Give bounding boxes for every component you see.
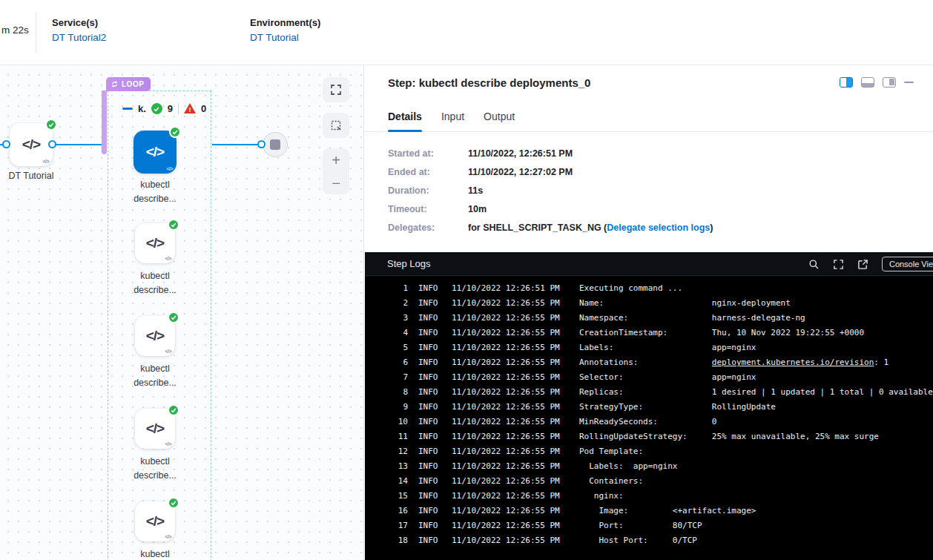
code-icon: </> — [146, 328, 164, 344]
panel-view-controls — [840, 77, 914, 88]
end-node[interactable] — [263, 132, 288, 157]
detail-label: Timeout: — [388, 204, 468, 214]
delegates-suffix: ) — [710, 223, 713, 233]
zoom-out-button[interactable]: − — [332, 173, 340, 194]
search-icon[interactable] — [808, 259, 820, 270]
count-divider — [178, 103, 179, 114]
log-body: 1INFO11/10/2022 12:26:51 PMExecuting com… — [365, 276, 933, 560]
tab-details[interactable]: Details — [388, 107, 422, 131]
detail-row-started: Started at: 11/10/2022, 12:26:51 PM — [388, 148, 713, 159]
service-label: Service(s) — [52, 17, 106, 28]
node-label: kubectldescribe... — [114, 547, 196, 560]
start-node-label: DT Tutorial — [0, 169, 72, 183]
loop-badge-label: LOOP — [122, 80, 144, 88]
step-logs-title: Step Logs — [387, 258, 431, 269]
loop-icon — [111, 80, 119, 88]
node-label: kubectldescribe... — [114, 362, 196, 390]
log-line: 10INFO11/10/2022 12:26:55 PMMinReadySeco… — [365, 415, 933, 429]
log-line: 6INFO11/10/2022 12:26:55 PMAnnotations: … — [365, 355, 933, 370]
code-mini-icon: </> — [42, 159, 49, 164]
stop-icon — [270, 139, 280, 150]
tab-output[interactable]: Output — [484, 107, 515, 131]
detail-row-timeout: Timeout: 10m — [388, 204, 713, 214]
right-view-icon[interactable] — [883, 77, 896, 88]
code-icon: </> — [146, 421, 164, 437]
node-kubectl-describe-3[interactable]: </> </> — [135, 409, 175, 449]
step-tabs: Details Input Output — [364, 107, 933, 132]
log-line: 12INFO11/10/2022 12:26:55 PMPod Template… — [365, 444, 933, 459]
detail-row-duration: Duration: 11s — [388, 185, 713, 196]
service-block: Service(s) DT Tutorial2 — [52, 17, 106, 43]
code-mini-icon: </> — [165, 256, 171, 261]
node-label: kubectldescribe... — [114, 269, 196, 297]
node-kubectl-describe-2[interactable]: </> </> — [135, 316, 175, 356]
canvas-fullscreen-button[interactable] — [323, 77, 349, 102]
success-check-icon — [168, 312, 179, 323]
node-kubectl-describe-0[interactable]: </> </> — [133, 131, 177, 174]
edge-start-to-loop — [55, 144, 102, 145]
step-logs-header: Step Logs Console View — [365, 252, 933, 276]
success-count-icon — [151, 103, 162, 114]
log-line: 11INFO11/10/2022 12:26:55 PMRollingUpdat… — [365, 429, 933, 444]
node-kubectl-describe-4[interactable]: </> </> — [135, 501, 175, 541]
log-line: 9INFO11/10/2022 12:26:55 PMStrategyType:… — [365, 400, 933, 415]
node-kubectl-describe-1[interactable]: </> </> — [135, 223, 175, 263]
code-mini-icon: </> — [166, 166, 173, 171]
open-in-new-icon[interactable] — [857, 259, 868, 270]
canvas-select-button[interactable] — [323, 113, 349, 138]
warning-icon: ! — [184, 103, 196, 114]
warning-count: 0 — [201, 103, 206, 114]
detail-label: Ended at: — [388, 167, 468, 177]
log-annotation-link[interactable]: deployment.kubernetes.io/revision — [712, 358, 874, 367]
collapse-icon[interactable] — [122, 108, 133, 111]
pipeline-duration: m 22s — [1, 24, 29, 36]
node-dt-tutorial[interactable]: </> </> — [10, 123, 53, 166]
code-mini-icon: </> — [165, 441, 171, 447]
canvas-zoom-control[interactable]: + − — [323, 148, 349, 194]
pipeline-topbar: m 22s Service(s) DT Tutorial2 Environmen… — [0, 0, 933, 65]
success-check-icon — [169, 126, 181, 138]
delegate-selection-logs-link[interactable]: Delegate selection logs — [607, 223, 710, 233]
node-label: kubectldescribe... — [114, 178, 196, 206]
log-line: 1INFO11/10/2022 12:26:51 PMExecuting com… — [365, 281, 933, 296]
zoom-in-button[interactable]: + — [332, 150, 340, 171]
success-check-icon — [168, 219, 179, 231]
bottom-view-icon[interactable] — [861, 77, 874, 88]
log-line: 14INFO11/10/2022 12:26:55 PM Containers: — [365, 474, 933, 489]
minimize-icon[interactable] — [904, 82, 914, 84]
split-view-icon[interactable] — [840, 77, 853, 88]
tab-input[interactable]: Input — [441, 107, 464, 131]
node-label: kubectldescribe... — [114, 455, 196, 483]
code-icon: </> — [146, 513, 164, 530]
environment-label: Environment(s) — [250, 17, 320, 28]
detail-value: 10m — [468, 204, 487, 214]
success-check-icon — [45, 119, 57, 131]
detail-label: Duration: — [388, 185, 468, 196]
log-line: 13INFO11/10/2022 12:26:55 PM Labels: app… — [365, 459, 933, 474]
detail-label: Started at: — [388, 148, 468, 159]
port-left — [2, 140, 10, 148]
log-line: 3INFO11/10/2022 12:26:55 PMNamespace: ha… — [365, 311, 933, 326]
pipeline-canvas[interactable]: </> </> DT Tutorial LOOP k. 9 ! 0 </> </… — [0, 65, 363, 560]
port-end — [257, 140, 266, 148]
code-icon: </> — [146, 235, 164, 251]
port-right — [48, 140, 56, 148]
fullscreen-icon — [330, 84, 342, 96]
loop-bar — [102, 90, 107, 154]
code-mini-icon: </> — [165, 349, 171, 354]
detail-label: Delegates: — [388, 223, 468, 233]
detail-value: 11/10/2022, 12:27:02 PM — [468, 167, 573, 177]
success-check-icon — [168, 497, 179, 509]
log-line: 7INFO11/10/2022 12:26:55 PMSelector: app… — [365, 370, 933, 385]
edge-loop-to-end — [212, 144, 261, 145]
service-link[interactable]: DT Tutorial2 — [52, 32, 106, 43]
log-line: 8INFO11/10/2022 12:26:55 PMReplicas: 1 d… — [365, 385, 933, 400]
detail-value: 11/10/2022, 12:26:51 PM — [468, 148, 573, 159]
code-icon: </> — [22, 136, 40, 153]
expand-logs-icon[interactable] — [833, 259, 844, 270]
console-view-button[interactable]: Console View — [882, 257, 933, 271]
environment-link[interactable]: DT Tutorial — [250, 32, 320, 43]
step-logs-section: Step Logs Console View 1INFO11/10/2022 1… — [365, 252, 933, 560]
step-logs-controls: Console View — [808, 252, 933, 276]
stage-name: k. — [138, 103, 146, 114]
